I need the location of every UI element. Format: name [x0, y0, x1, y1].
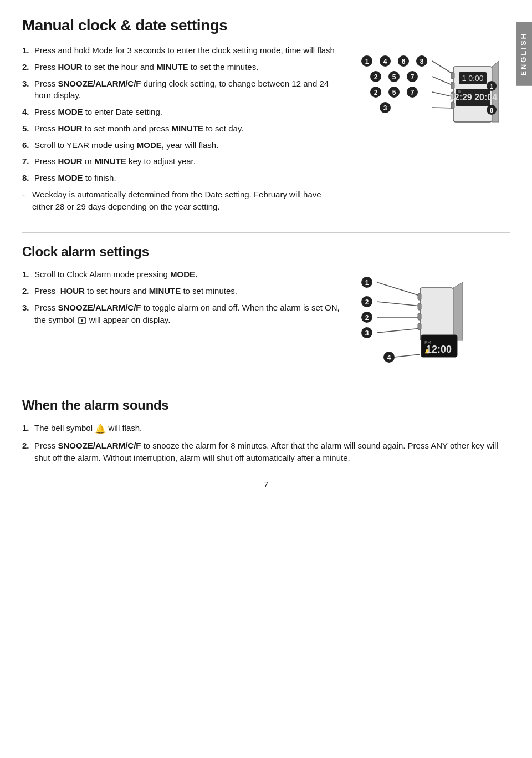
svg-text:5: 5 [392, 89, 396, 96]
step-num-6: 6. [22, 139, 34, 151]
svg-text:2: 2 [365, 298, 369, 306]
step-text-5: Press HOUR to set month and press MINUTE… [34, 123, 243, 135]
section-divider [22, 232, 510, 233]
note-text-1: Weekday is automatically determined from… [32, 189, 344, 213]
svg-line-57 [377, 302, 421, 306]
step-num-1: 1. [22, 44, 34, 57]
alarm-step-num-2: 2. [22, 285, 34, 297]
step-text-3: Press SNOOZE/ALARM/C/F during clock sett… [34, 78, 344, 102]
alarm-diagram-svg: 1 2 2 3 4 [355, 268, 477, 379]
clock-instructions: 1. Press and hold Mode for 3 seconds to … [22, 44, 344, 216]
clock-step-1: 1. Press and hold Mode for 3 seconds to … [22, 44, 344, 57]
step-text-4: Press MODE to enter Date setting. [34, 106, 162, 118]
svg-line-56 [377, 282, 421, 296]
clock-step-2: 2. Press HOUR to set the hour and MINUTE… [22, 61, 344, 73]
alarm-sounds-text-1: The bell symbol 🔔 will flash. [34, 422, 142, 435]
svg-text:2: 2 [374, 89, 378, 96]
clock-step-8: 8. Press MODE to finish. [22, 172, 344, 184]
step-num-7: 7. [22, 155, 34, 167]
clock-note-1: - Weekday is automatically determined fr… [22, 189, 344, 213]
svg-rect-64 [418, 323, 421, 330]
alarm-steps-list: 1. Scroll to Clock Alarm mode pressing M… [22, 268, 344, 325]
page-number: 7 [22, 480, 510, 489]
alarm-sounds-list: 1. The bell symbol 🔔 will flash. 2. Pres… [22, 422, 510, 464]
svg-text:1: 1 [490, 83, 493, 90]
clock-notes: - Weekday is automatically determined fr… [22, 189, 344, 213]
svg-text:2: 2 [365, 314, 369, 322]
step-text-7: Press HOUR or MINUTE key to adjust year. [34, 155, 196, 167]
clock-step-7: 7. Press HOUR or MINUTE key to adjust ye… [22, 155, 344, 167]
alarm-step-3: 3. Press SNOOZE/ALARM/C/F to toggle alar… [22, 302, 344, 326]
alarm-section-title: Clock alarm settings [22, 244, 510, 260]
svg-text:1: 1 [365, 58, 369, 65]
alarm-step-text-3: Press SNOOZE/ALARM/C/F to toggle alarm o… [34, 302, 344, 326]
svg-text:12:29 20:04: 12:29 20:04 [449, 93, 497, 102]
alarm-step-2: 2. Press HOUR to set hours and MINUTE to… [22, 285, 344, 297]
svg-text:6: 6 [402, 58, 406, 65]
alarm-step-1: 1. Scroll to Clock Alarm mode pressing M… [22, 268, 344, 281]
alarm-on-icon [77, 315, 87, 325]
svg-text:1: 1 [365, 279, 369, 287]
alarm-sounds-step-2: 2. Press SNOOZE/ALARM/C/F to snooze the … [22, 440, 510, 464]
alarm-step-num-1: 1. [22, 268, 34, 281]
alarm-sounds-step-1: 1. The bell symbol 🔔 will flash. [22, 422, 510, 435]
svg-text:4: 4 [383, 58, 387, 65]
alarm-sounds-title: When the alarm sounds [22, 398, 510, 413]
svg-rect-40 [458, 90, 461, 93]
step-num-5: 5. [22, 123, 34, 135]
svg-rect-28 [451, 82, 454, 89]
svg-text:8: 8 [420, 58, 424, 65]
step-text-2: Press HOUR to set the hour and MINUTE to… [34, 61, 258, 73]
svg-text:3: 3 [383, 104, 387, 112]
svg-rect-60 [420, 288, 453, 340]
svg-rect-63 [418, 313, 421, 320]
bell-icon: 🔔 [95, 423, 106, 435]
page-title: Manual clock & date settings [22, 17, 510, 34]
step-num-4: 4. [22, 106, 34, 118]
alarm-instructions: 1. Scroll to Clock Alarm mode pressing M… [22, 268, 344, 330]
alarm-diagram-area: 1 2 2 3 4 [355, 268, 510, 381]
clock-steps-list: 1. Press and hold Mode for 3 seconds to … [22, 44, 344, 184]
svg-text:5: 5 [392, 73, 396, 81]
alarm-step-text-2: Press HOUR to set hours and MINUTE to se… [34, 285, 237, 297]
note-dash: - [22, 189, 32, 213]
svg-text:1  0:00: 1 0:00 [462, 74, 484, 83]
alarm-sounds-num-2: 2. [22, 440, 34, 464]
clock-settings-section: 1. Press and hold Mode for 3 seconds to … [22, 44, 510, 216]
clock-diagram-area: 1 4 6 8 2 5 7 2 5 [355, 44, 510, 207]
svg-text:12:00: 12:00 [426, 344, 452, 355]
svg-text:3: 3 [365, 329, 369, 337]
svg-point-45 [81, 319, 83, 322]
step-text-1: Press and hold Mode for 3 seconds to ent… [34, 44, 335, 57]
svg-rect-27 [451, 72, 454, 79]
alarm-sounds-num-1: 1. [22, 422, 34, 435]
svg-text:8: 8 [490, 107, 493, 114]
alarm-step-text-1: Scroll to Clock Alarm mode pressing MODE… [34, 268, 197, 281]
svg-marker-65 [453, 282, 463, 340]
svg-line-70 [395, 354, 420, 357]
svg-text:4: 4 [387, 354, 391, 362]
svg-text:7: 7 [411, 89, 415, 96]
clock-step-3: 3. Press SNOOZE/ALARM/C/F during clock s… [22, 78, 344, 102]
svg-line-59 [377, 328, 421, 333]
clock-step-4: 4. Press MODE to enter Date setting. [22, 106, 344, 118]
svg-text:7: 7 [411, 73, 415, 81]
svg-text:2: 2 [374, 73, 378, 81]
clock-diagram-svg: 1 4 6 8 2 5 7 2 5 [355, 44, 499, 205]
step-text-6: Scroll to YEAR mode using MODE, year wil… [34, 139, 218, 151]
clock-step-6: 6. Scroll to YEAR mode using MODE, year … [22, 139, 344, 151]
alarm-sounds-text-2: Press SNOOZE/ALARM/C/F to snooze the ala… [34, 440, 510, 464]
side-tab-english: ENGLISH [516, 22, 532, 86]
step-text-8: Press MODE to finish. [34, 172, 116, 184]
svg-rect-30 [451, 102, 454, 109]
svg-rect-62 [418, 303, 421, 310]
step-num-8: 8. [22, 172, 34, 184]
svg-rect-61 [418, 293, 421, 300]
step-num-3: 3. [22, 78, 34, 102]
step-num-2: 2. [22, 61, 34, 73]
alarm-settings-section: Clock alarm settings 1. Scroll to Clock … [22, 244, 510, 381]
clock-step-5: 5. Press HOUR to set month and press MIN… [22, 123, 344, 135]
alarm-sounds-section: When the alarm sounds 1. The bell symbol… [22, 398, 510, 464]
alarm-step-num-3: 3. [22, 302, 34, 326]
